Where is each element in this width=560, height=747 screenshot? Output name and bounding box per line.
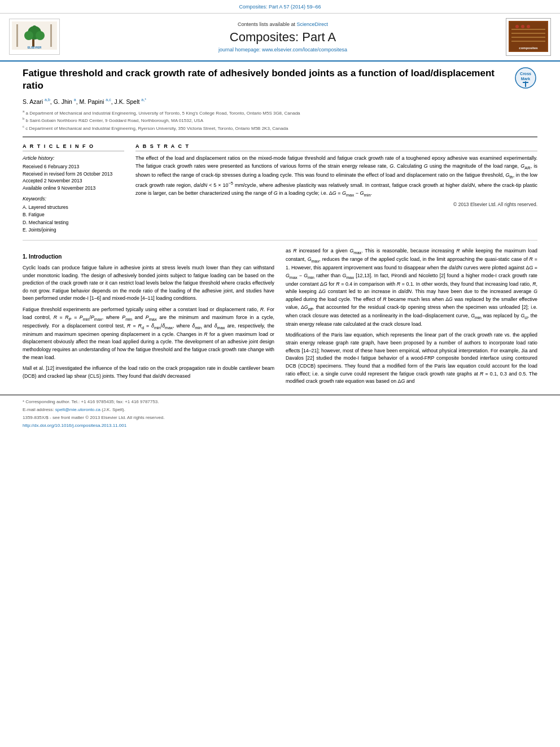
- affiliation-c: c c Department of Mechanical and Industr…: [23, 124, 509, 132]
- article-title-text: Fatigue threshold and crack growth rate …: [23, 67, 509, 132]
- abstract-heading: A B S T R A C T: [135, 143, 537, 152]
- history-label: Article history:: [23, 155, 124, 162]
- svg-point-17: [527, 25, 530, 28]
- info-abstract-section: A R T I C L E I N F O Article history: R…: [23, 143, 537, 241]
- journal-citation: Composites: Part A 57 (2014) 59–66: [239, 4, 321, 10]
- left-column: 1. Introduction Cyclic loads can produce…: [23, 247, 274, 389]
- accepted-date: Accepted 2 November 2013: [23, 177, 124, 185]
- issn-line: 1359-835X/$ - see front matter © 2013 El…: [23, 414, 537, 421]
- elsevier-tree-icon: ELSEVIER: [12, 21, 57, 50]
- journal-homepage-link[interactable]: www.elsevier.com/locate/compositesa: [262, 47, 347, 53]
- article-title-section: Fatigue threshold and crack growth rate …: [23, 67, 537, 137]
- affiliations: a a Department of Mechanical and Industr…: [23, 109, 509, 132]
- svg-text:Cross: Cross: [520, 72, 531, 76]
- article-content: Fatigue threshold and crack growth rate …: [0, 62, 560, 394]
- footnote-email: E-mail address: spelt@mie.utoronto.ca (J…: [23, 407, 537, 413]
- right-paragraph-2: Modifications of the Paris law equation,…: [286, 331, 537, 385]
- intro-paragraph-3: Mall et al. [12] investigated the influe…: [23, 365, 274, 380]
- svg-point-4: [36, 31, 45, 40]
- svg-rect-6: [16, 24, 18, 47]
- received-date: Received 6 February 2013: [23, 163, 124, 171]
- svg-point-16: [521, 25, 524, 28]
- affiliation-a: a a Department of Mechanical and Industr…: [23, 109, 509, 117]
- svg-rect-7: [50, 24, 52, 47]
- online-date: Available online 9 November 2013: [23, 185, 124, 192]
- abstract-text: The effect of the load and displacement …: [135, 155, 537, 198]
- footer-bar: * Corresponding author. Tel.: +1 416 978…: [0, 395, 560, 434]
- article-info-heading: A R T I C L E I N F O: [23, 143, 124, 152]
- keywords-label: Keywords:: [23, 195, 124, 203]
- journal-header: ELSEVIER Contents lists available at Sci…: [0, 14, 560, 62]
- svg-text:composites: composites: [519, 46, 538, 50]
- journal-center-info: Contents lists available at ScienceDirec…: [65, 21, 500, 54]
- section1-heading: 1. Introduction: [23, 253, 274, 261]
- svg-text:Mark: Mark: [521, 77, 530, 81]
- svg-point-3: [24, 31, 33, 40]
- keyword-3: D. Mechanical testing: [23, 219, 124, 227]
- right-paragraph-1: as R increased for a given Gmax. This is…: [286, 247, 537, 329]
- crossmark-icon: Cross Mark: [515, 67, 536, 89]
- email-link[interactable]: spelt@mie.utoronto.ca: [55, 407, 100, 412]
- authors-line: S. Azari a,b, G. Jhin a, M. Papini a,c, …: [23, 97, 509, 106]
- intro-paragraph-2: Fatigue threshold experiments are perfor…: [23, 306, 274, 361]
- journal-citation-bar: Composites: Part A 57 (2014) 59–66: [0, 0, 560, 14]
- abstract-copyright: © 2013 Elsevier Ltd. All rights reserved…: [135, 202, 537, 208]
- doi-line[interactable]: http://dx.doi.org/10.1016/j.compositesa.…: [23, 422, 537, 429]
- elsevier-logo-container: ELSEVIER: [9, 19, 60, 55]
- sciencedirect-link[interactable]: ScienceDirect: [297, 21, 329, 27]
- intro-paragraph-1: Cyclic loads can produce fatigue failure…: [23, 264, 274, 303]
- composites-logo-box: composites: [506, 18, 551, 56]
- svg-text:ELSEVIER: ELSEVIER: [28, 46, 42, 49]
- revised-date: Received in revised form 26 October 2013: [23, 171, 124, 178]
- article-info-panel: A R T I C L E I N F O Article history: R…: [23, 143, 124, 234]
- right-column: as R increased for a given Gmax. This is…: [286, 247, 537, 389]
- svg-point-5: [33, 25, 36, 29]
- journal-url: journal homepage: www.elsevier.com/locat…: [65, 46, 500, 54]
- keyword-2: B. Fatigue: [23, 211, 124, 219]
- body-columns: 1. Introduction Cyclic loads can produce…: [23, 247, 537, 389]
- footnote-corresponding: * Corresponding author. Tel.: +1 416 978…: [23, 399, 537, 405]
- abstract-section: A B S T R A C T The effect of the load a…: [135, 143, 537, 234]
- svg-point-15: [515, 25, 519, 28]
- journal-title: Composites: Part A: [65, 29, 500, 46]
- elsevier-box: ELSEVIER: [9, 19, 60, 55]
- composites-logo-right: composites: [506, 18, 551, 56]
- keywords-list: A. Layered structures B. Fatigue D. Mech…: [23, 204, 124, 234]
- keyword-1: A. Layered structures: [23, 204, 124, 212]
- contents-available-line: Contents lists available at ScienceDirec…: [65, 21, 500, 28]
- affiliation-b: b b Saint-Gobain Northboro R&D Center, 9…: [23, 116, 509, 124]
- crossmark-logo[interactable]: Cross Mark: [515, 67, 537, 91]
- article-title: Fatigue threshold and crack growth rate …: [23, 67, 509, 92]
- composites-journal-logo: composites: [509, 21, 548, 52]
- keyword-4: E. Joints/joining: [23, 226, 124, 234]
